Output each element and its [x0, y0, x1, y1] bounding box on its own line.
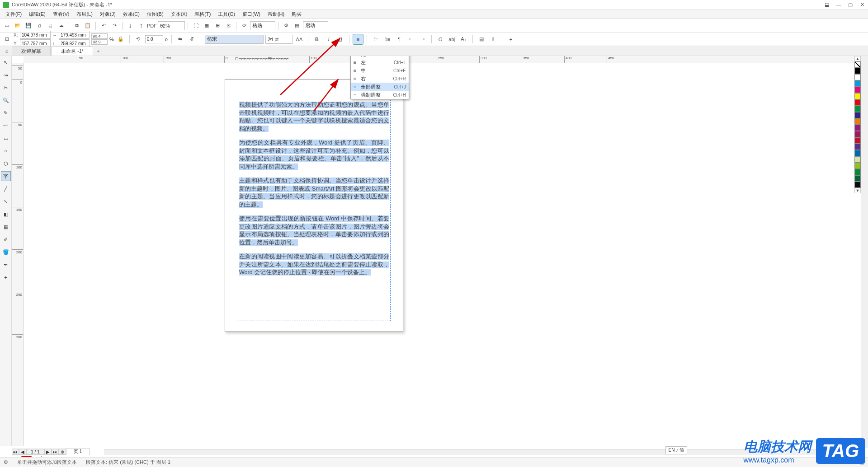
palette-swatch[interactable]: [854, 125, 861, 131]
tab-welcome[interactable]: 欢迎屏幕: [12, 47, 51, 56]
palette-swatch[interactable]: [854, 112, 861, 118]
rectangle-tool-icon[interactable]: ▭: [1, 134, 10, 143]
freehand-tool-icon[interactable]: ✎: [1, 108, 10, 117]
menu-help[interactable]: 帮助(H): [264, 11, 288, 18]
vertical-scrollbar[interactable]: [861, 56, 868, 448]
italic-icon[interactable]: I: [324, 34, 334, 44]
shape-tool-icon[interactable]: ↝: [1, 70, 10, 79]
menu-file[interactable]: 文件(F): [2, 11, 25, 18]
palette-swatch[interactable]: [854, 68, 861, 74]
char-format-icon[interactable]: O: [435, 34, 445, 44]
tab-document[interactable]: 未命名 -1*: [52, 47, 93, 56]
paragraph-text-frame[interactable]: 视频提供了功能强大的方法帮助您证明您的观点。当您单击联机视频时，可以在想要添加的…: [238, 100, 391, 321]
underline-icon[interactable]: U: [335, 34, 345, 44]
parallel-dim-icon[interactable]: ╱: [1, 184, 10, 193]
save-icon[interactable]: 💾: [24, 21, 33, 31]
page-add-icon[interactable]: ⊕: [59, 449, 66, 455]
text-ab-icon[interactable]: ab|: [447, 34, 457, 44]
page-next-icon[interactable]: ▶: [44, 449, 52, 455]
gear-icon[interactable]: ⚙: [4, 459, 8, 465]
align-dropdown-button[interactable]: ≡: [353, 34, 363, 44]
menu-bitmap[interactable]: 位图(B): [143, 11, 167, 18]
ime-indicator[interactable]: EN ♪ 简: [665, 446, 687, 454]
add-tool-icon[interactable]: +: [1, 273, 10, 282]
palette-swatch[interactable]: [854, 106, 861, 112]
palette-swatch[interactable]: [854, 169, 861, 175]
align-justify-all[interactable]: ≡全部调整Ctrl+J: [351, 83, 409, 91]
fullscreen-icon[interactable]: ⛶: [191, 21, 201, 31]
open-icon[interactable]: 📂: [13, 21, 23, 31]
palette-swatch[interactable]: [854, 74, 861, 80]
menu-layout[interactable]: 布局(L): [73, 11, 96, 18]
align-right[interactable]: ≡右Ctrl+R: [351, 75, 409, 83]
palette-swatch[interactable]: [854, 131, 861, 137]
window-dock-icon[interactable]: ⬓: [824, 2, 830, 8]
palette-swatch[interactable]: [854, 118, 861, 125]
palette-swatch[interactable]: [854, 137, 861, 144]
menu-effects[interactable]: 效果(C): [119, 11, 143, 18]
page-last-icon[interactable]: ⏭: [52, 449, 59, 455]
scale-x[interactable]: 90.4: [91, 33, 108, 39]
rotate-icon[interactable]: ⟲: [133, 34, 143, 44]
maximize-icon[interactable]: ▢: [847, 2, 854, 8]
home-icon[interactable]: ⌂: [3, 48, 11, 54]
palette-swatch[interactable]: [854, 144, 861, 150]
outline-icon[interactable]: ✒: [1, 260, 10, 269]
dropshadow-icon[interactable]: ◧: [1, 210, 10, 219]
fill-icon[interactable]: 🪣: [1, 248, 10, 257]
number-list-icon[interactable]: 1≡: [382, 34, 392, 44]
docker-icon[interactable]: ▤: [292, 21, 302, 31]
page-tab[interactable]: 页 1: [66, 448, 90, 455]
page-prev-icon[interactable]: ◀: [19, 449, 26, 455]
columns-icon[interactable]: ⫴: [488, 34, 498, 44]
menu-text[interactable]: 文本(X): [167, 11, 191, 18]
paste-icon[interactable]: 📋: [83, 21, 93, 31]
mirror-v-icon[interactable]: ⇵: [187, 34, 197, 44]
export2-icon[interactable]: ⭱: [136, 21, 146, 31]
paste-combo[interactable]: 粘贴▾: [250, 21, 275, 30]
options-icon[interactable]: ⚙: [281, 21, 291, 31]
palette-swatch[interactable]: [854, 87, 861, 93]
artistic-tool-icon[interactable]: 〰: [1, 121, 10, 130]
new-icon[interactable]: ▭: [2, 21, 12, 31]
snap-icon[interactable]: ⊡: [223, 21, 233, 31]
palette-up-icon[interactable]: ▲: [854, 56, 861, 61]
palette-none[interactable]: [854, 61, 861, 68]
canvas[interactable]: 视频提供了功能强大的方法帮助您证明您的观点。当您单击联机视频时，可以在想要添加的…: [24, 63, 868, 446]
font-size-combo[interactable]: 24 pt▾: [265, 35, 292, 44]
zoom-combo[interactable]: 62%▾: [158, 21, 185, 30]
ruler-tab-marker[interactable]: ⊓⌐⌐⌐⌐⌐⌐⌐⌐⌐⌐⌐⌐⌐⌐⌐⌐⌐⌐⌐: [235, 56, 289, 61]
palette-swatch[interactable]: [854, 93, 861, 99]
menu-table[interactable]: 表格(T): [191, 11, 214, 18]
crop-tool-icon[interactable]: ✂: [1, 83, 10, 92]
angle-field[interactable]: 0.0: [145, 35, 163, 43]
close-icon[interactable]: ✕: [859, 2, 865, 8]
palette-swatch[interactable]: [854, 156, 861, 163]
palette-swatch[interactable]: [854, 175, 861, 182]
pick-tool-icon[interactable]: ↖: [1, 58, 10, 67]
x-coord[interactable]: 104.978 mm: [20, 31, 51, 39]
align-force-justify[interactable]: ≡强制调整Ctrl+H: [351, 91, 409, 99]
menu-edit[interactable]: 编辑(E): [25, 11, 49, 18]
palette-swatch[interactable]: [854, 99, 861, 106]
cloud-icon[interactable]: ☁: [56, 21, 66, 31]
launch-combo[interactable]: 启动▾: [303, 21, 328, 30]
horizontal-scrollbar[interactable]: [104, 449, 854, 455]
transparency-icon[interactable]: ▦: [1, 222, 10, 231]
ruler-horizontal[interactable]: 50 100 150 0 50 100 150 250 300 350 400 …: [24, 56, 868, 63]
text-tool-icon[interactable]: 字: [1, 172, 10, 181]
print-icon[interactable]: ⎙: [34, 21, 44, 31]
width-field[interactable]: 179.493 mm: [59, 31, 90, 39]
guides-icon[interactable]: ⊞: [212, 21, 222, 31]
palette-swatch[interactable]: [854, 182, 861, 188]
minimize-icon[interactable]: —: [835, 2, 842, 8]
menu-object[interactable]: 对象(J): [96, 11, 119, 18]
ruler-vertical[interactable]: 50 0 50 100 150 200 250 300: [12, 63, 24, 446]
align-center[interactable]: ≡中Ctrl+E: [351, 66, 409, 75]
refresh-icon[interactable]: ⟳: [239, 21, 249, 31]
import-icon[interactable]: ⭳: [125, 21, 135, 31]
connector-icon[interactable]: ⤡: [1, 197, 10, 206]
copy-icon[interactable]: ⧉: [72, 21, 82, 31]
menu-view[interactable]: 查看(V): [49, 11, 73, 18]
lock-ratio-icon[interactable]: 🔒: [116, 34, 126, 44]
